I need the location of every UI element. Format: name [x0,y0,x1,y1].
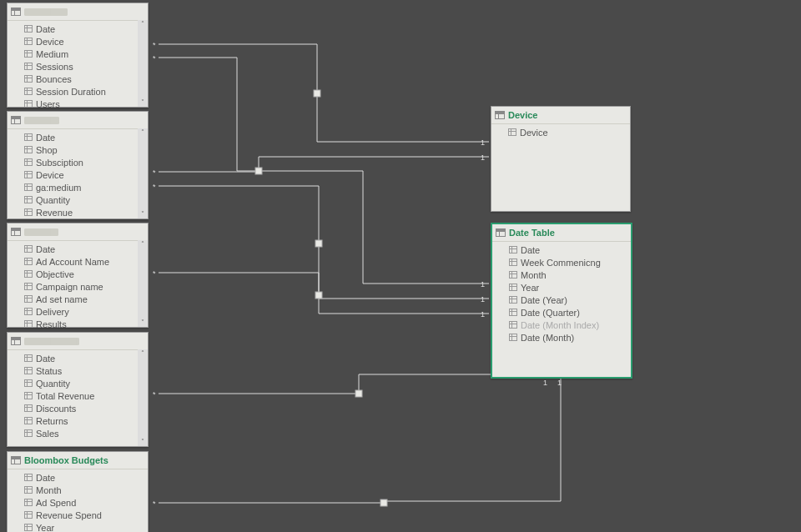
field-row[interactable]: Delivery [8,305,148,318]
field-row[interactable]: Date [8,471,148,484]
column-icon [24,158,33,166]
field-row[interactable]: Subsciption [8,156,148,168]
scroll-up-icon[interactable]: ˄ [139,240,147,248]
cardinality-one: 1 [481,280,485,289]
column-icon [509,246,517,253]
scrollbar[interactable]: ˄˅ [138,128,148,218]
table-t1[interactable]: ████████DateDeviceMediumSessionsBouncesS… [7,3,149,108]
table-header[interactable]: ████████████ [8,112,148,129]
scrollbar[interactable]: ˄˅ [138,20,148,107]
rel-t2-datetable[interactable] [159,186,489,299]
scrollbar[interactable]: ˄˅ [138,349,148,446]
rel-t5-datetable[interactable] [159,377,561,503]
column-icon [24,486,33,494]
column-icon [24,379,33,387]
field-row[interactable]: Returns [8,414,148,427]
field-row[interactable]: Shop [8,143,148,156]
rel-t4-datetable[interactable] [159,374,547,394]
field-row[interactable]: Week Commenicng [492,256,631,269]
field-label: Quantity [36,379,70,389]
table-t3[interactable]: ████████DateAd Account NameObjectiveCamp… [7,223,149,328]
field-row[interactable]: Sessions [8,60,148,73]
field-row[interactable]: Ad Account Name [8,255,148,268]
field-label: Quantity [36,195,70,205]
field-row[interactable]: Session Duration [8,85,148,98]
field-row[interactable]: Medium [8,48,148,60]
table-header[interactable]: Bloombox Budgets [8,452,148,469]
table-t5[interactable]: Bloombox BudgetsDateMonthAd SpendRevenue… [7,451,149,532]
column-icon [24,245,33,253]
field-label: Ad Spend [36,498,76,508]
table-header[interactable]: Device [491,107,630,124]
field-row[interactable]: Revenue [8,206,148,218]
table-header[interactable]: Date Table [492,224,631,242]
table-header[interactable]: ████████ [8,223,148,241]
scroll-up-icon[interactable]: ˄ [139,349,147,358]
scrollbar[interactable]: ˄˅ [138,240,148,327]
table-device[interactable]: DeviceDevice [491,106,631,212]
field-row[interactable]: Date [8,243,148,255]
field-row[interactable]: Quantity [8,377,148,389]
field-label: Date (Month Index) [521,320,599,330]
field-row[interactable]: Users [8,98,148,110]
field-row[interactable]: Device [8,168,148,181]
field-row[interactable]: Results [8,318,148,330]
field-row[interactable]: Year [8,521,148,532]
rel-t3-datetable[interactable] [159,273,489,314]
table-header[interactable]: ████████ [8,3,148,21]
field-row[interactable]: Date (Year) [492,294,631,306]
field-row[interactable]: Device [8,35,148,48]
field-row[interactable]: ga:medium [8,181,148,193]
table-title: Bloombox Budgets [24,455,108,465]
field-row[interactable]: Date [8,131,148,143]
field-row[interactable]: Year [492,281,631,294]
table-title: ████████ [24,8,68,16]
field-row[interactable]: Month [8,484,148,496]
field-row[interactable]: Quantity [8,193,148,206]
scroll-up-icon[interactable]: ˄ [139,128,147,137]
column-icon [509,284,517,291]
field-row[interactable]: Date (Quarter) [492,306,631,319]
field-row[interactable]: Ad set name [8,293,148,305]
field-row[interactable]: Date [8,23,148,35]
field-label: Week Commenicng [521,258,601,268]
field-label: Device [36,170,64,180]
field-label: Shop [36,145,58,155]
field-row[interactable]: Bounces [8,73,148,85]
field-label: Month [521,270,547,280]
table-t2[interactable]: ████████████DateShopSubsciptionDevicega:… [7,111,149,219]
field-row[interactable]: Date (Month Index) [492,319,631,331]
column-icon [24,354,33,362]
table-header[interactable]: ████████████ [8,333,148,350]
field-row[interactable]: Status [8,364,148,377]
field-label: Bounces [36,74,72,84]
field-row[interactable]: Date [8,352,148,364]
field-row[interactable]: Discounts [8,402,148,414]
field-row[interactable]: Objective [8,268,148,280]
field-row[interactable]: Month [492,269,631,281]
rel-t2-device[interactable] [159,157,489,172]
field-row[interactable]: Ad Spend [8,496,148,509]
field-row[interactable]: Device [491,126,630,138]
field-row[interactable]: Total Revenue [8,389,148,402]
rel-t1-device[interactable] [159,44,489,142]
field-row[interactable]: Date [492,243,631,256]
scroll-down-icon[interactable]: ˅ [139,98,147,107]
column-icon [24,499,33,506]
field-row[interactable]: Date (Month) [492,331,631,344]
rel-t1-datetable[interactable] [159,58,489,284]
scroll-down-icon[interactable]: ˅ [139,210,147,218]
table-t4[interactable]: ████████████DateStatusQuantityTotal Reve… [7,332,149,447]
table-datetable[interactable]: Date TableDateWeek CommenicngMonthYearDa… [491,223,632,379]
field-row[interactable]: Sales [8,427,148,439]
field-row[interactable]: Revenue Spend [8,509,148,521]
field-label: Year [36,523,54,533]
scroll-up-icon[interactable]: ˄ [139,20,147,28]
column-icon [24,392,33,399]
scroll-down-icon[interactable]: ˅ [139,438,147,446]
column-icon [508,128,516,136]
scroll-down-icon[interactable]: ˅ [139,319,147,327]
field-row[interactable]: Campaign name [8,280,148,293]
cardinality-one: 1 [557,379,562,387]
column-icon [24,183,33,191]
